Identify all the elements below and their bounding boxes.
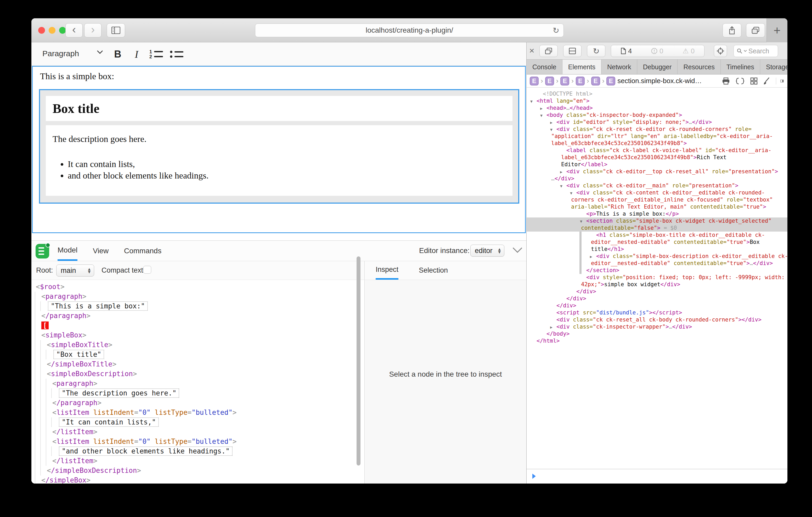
- devtools-source-line[interactable]: label_e63cbbfece34c53ce23501062343f49b8"…: [527, 154, 787, 161]
- model-tree-line[interactable]: <listItem listIndent="0" listType="bulle…: [31, 437, 365, 447]
- breadcrumb-element-badge[interactable]: E: [530, 77, 539, 86]
- breadcrumb-element-badge[interactable]: E: [545, 77, 554, 86]
- devtools-tab-network[interactable]: Network: [602, 60, 637, 74]
- devtools-source-line[interactable]: label_e63cbbfece34c53ce23501062343f49b8"…: [527, 140, 787, 147]
- console-prompt[interactable]: [527, 469, 787, 484]
- code-brackets-icon[interactable]: [735, 78, 745, 84]
- devtools-source-line[interactable]: ▼<div class="ck ck-editor__main" role="p…: [527, 182, 787, 189]
- devtools-source-line[interactable]: </html>: [527, 337, 787, 344]
- inspect-tab-selection[interactable]: Selection: [419, 261, 448, 280]
- model-tree-line[interactable]: <simpleBoxTitle>: [31, 340, 365, 350]
- zoom-window-button[interactable]: [59, 27, 66, 34]
- model-tree-line[interactable]: </paragraph>: [31, 398, 365, 408]
- model-tree-line[interactable]: [: [31, 321, 365, 330]
- numbered-list-button[interactable]: 1 2: [147, 47, 165, 61]
- devtools-tab-timelines[interactable]: Timelines: [721, 60, 760, 74]
- rich-text-editable[interactable]: This is a simple box: Box title The desc…: [32, 66, 526, 233]
- devtools-source-line[interactable]: <label class="ck ck-label ck-voice-label…: [527, 147, 787, 154]
- disclosure-open-icon[interactable]: ▼: [530, 98, 536, 104]
- devtools-source-line[interactable]: editor__nested-editable" contenteditable…: [527, 260, 787, 267]
- bulleted-list-button[interactable]: [167, 47, 186, 61]
- model-tree-pane[interactable]: <$root><paragraph>"This is a simple box:…: [31, 280, 365, 484]
- model-tree-line[interactable]: <$root>: [31, 282, 365, 292]
- devtools-source-line[interactable]: "application" dir="ltr" lang="en" aria-l…: [527, 133, 787, 140]
- element-picker-button[interactable]: [714, 45, 727, 57]
- devtools-source-line[interactable]: ▶<div id="editor" style="display: none;"…: [527, 119, 787, 126]
- disclosure-closed-icon[interactable]: ▶: [590, 253, 596, 260]
- devtools-dom-source[interactable]: <!DOCTYPE html>▼<html lang="en">▶<head>……: [527, 89, 787, 478]
- box-title[interactable]: Box title: [53, 101, 99, 116]
- tree-scrollbar-thumb[interactable]: [356, 256, 360, 465]
- minimize-window-button[interactable]: [49, 27, 55, 34]
- devtools-dock-button[interactable]: [540, 45, 558, 57]
- box-list-item[interactable]: and other block elements like headings.: [68, 171, 208, 181]
- model-tree-line[interactable]: </listItem>: [31, 427, 365, 437]
- devtools-source-line[interactable]: <p>This is a simple box:</p>: [527, 210, 787, 217]
- devtools-source-line[interactable]: aria-label="Rich Text Editor, main" cont…: [527, 203, 787, 210]
- compact-text-checkbox[interactable]: [143, 266, 151, 274]
- disclosure-open-icon[interactable]: ▼: [560, 183, 567, 189]
- breadcrumb-element-badge[interactable]: E: [576, 77, 585, 86]
- breadcrumb-element-badge[interactable]: E: [560, 77, 569, 86]
- inspector-tab-model[interactable]: Model: [58, 241, 78, 261]
- editor-instance-select[interactable]: editor ▲▼: [470, 245, 504, 257]
- root-select[interactable]: main ▲▼: [56, 265, 94, 277]
- model-tree-line[interactable]: </listItem>: [31, 456, 365, 466]
- devtools-tab-console[interactable]: Console: [527, 60, 562, 74]
- forward-button[interactable]: ›: [84, 23, 102, 37]
- share-button[interactable]: [723, 23, 742, 37]
- collapse-inspector-icon[interactable]: [512, 247, 523, 253]
- disclosure-open-icon[interactable]: ▼: [580, 218, 586, 224]
- inspect-tab-inspect[interactable]: Inspect: [376, 261, 399, 280]
- model-tree-line[interactable]: <paragraph>: [31, 379, 365, 388]
- resource-summary-button[interactable]: 4 0 ⚠ 0: [611, 45, 704, 57]
- close-window-button[interactable]: [38, 27, 45, 34]
- devtools-search-field[interactable]: Search: [733, 45, 778, 57]
- devtools-source-line[interactable]: editor__nested-editable" contenteditable…: [527, 239, 787, 246]
- breadcrumb-element-badge[interactable]: E: [606, 77, 615, 86]
- disclosure-open-icon[interactable]: ▼: [540, 112, 547, 119]
- devtools-source-line[interactable]: corners ck-editor__editable_inline ck-fo…: [527, 196, 787, 203]
- devtools-tab-resources[interactable]: Resources: [677, 60, 721, 74]
- model-tree-line[interactable]: "This is a simple box:": [31, 301, 365, 311]
- model-tree-line[interactable]: <simpleBox>: [31, 330, 365, 340]
- paragraph-dropdown[interactable]: Paragraph: [42, 49, 79, 58]
- model-tree-line[interactable]: </simpleBox>: [31, 476, 365, 484]
- model-tree-line[interactable]: </paragraph>: [31, 311, 365, 321]
- devtools-split-button[interactable]: [563, 45, 582, 57]
- model-tree-line[interactable]: "Box title": [31, 350, 365, 359]
- inspector-tab-view[interactable]: View: [93, 241, 109, 261]
- model-tree-line[interactable]: <listItem listIndent="0" listType="bulle…: [31, 408, 365, 418]
- details-sidebar-icon[interactable]: [776, 78, 784, 84]
- model-tree-line[interactable]: </simpleBoxTitle>: [31, 359, 365, 369]
- devtools-source-line[interactable]: ▶<div class="ck ck-editor__top ck-reset_…: [527, 168, 787, 175]
- devtools-source-line[interactable]: ▼<html lang="en">: [527, 97, 787, 104]
- devtools-source-line[interactable]: <!DOCTYPE html>: [527, 90, 787, 97]
- model-tree-line[interactable]: "It can contain lists,": [31, 418, 365, 427]
- devtools-source-line[interactable]: </body>: [527, 330, 787, 337]
- simple-box-title-area[interactable]: Box title: [46, 96, 513, 121]
- back-button[interactable]: ‹: [65, 23, 83, 37]
- devtools-source-line[interactable]: </div>: [527, 302, 787, 309]
- devtools-source-line[interactable]: ▼<div class="ck ck-content ck-editor__ed…: [527, 189, 787, 196]
- devtools-source-line[interactable]: Editor</label>: [527, 161, 787, 168]
- breadcrumb-element-badge[interactable]: E: [591, 77, 600, 86]
- sidebar-toggle-button[interactable]: [107, 23, 125, 37]
- devtools-source-line[interactable]: …</div>: [527, 175, 787, 182]
- devtools-source-line[interactable]: </div>: [527, 295, 787, 302]
- inspector-tab-commands[interactable]: Commands: [124, 241, 162, 261]
- intro-paragraph[interactable]: This is a simple box:: [40, 71, 114, 81]
- devtools-source-line[interactable]: <div style="position: fixed; top: 0px; l…: [527, 274, 787, 281]
- box-list-item[interactable]: It can contain lists,: [68, 159, 208, 169]
- simple-box-description-area[interactable]: The description goes here. It can contai…: [46, 125, 513, 196]
- devtools-source-line[interactable]: 42px;">simple box widget</div>: [527, 281, 787, 288]
- devtools-source-line[interactable]: title</h1>: [527, 246, 787, 253]
- devtools-source-line[interactable]: ▶<head>…</head>: [527, 104, 787, 112]
- devtools-source-line[interactable]: ▼<body class="ck-inspector-body-expanded…: [527, 112, 787, 119]
- devtools-reload-button[interactable]: ↻: [587, 45, 605, 57]
- disclosure-open-icon[interactable]: ▼: [570, 190, 576, 196]
- box-list[interactable]: It can contain lists,and other block ele…: [59, 159, 208, 182]
- model-tree-line[interactable]: "The description goes here.": [31, 388, 365, 398]
- disclosure-closed-icon[interactable]: ▶: [540, 105, 547, 112]
- devtools-source-line[interactable]: <div class="ck ck-reset_all ck-body ck-r…: [527, 316, 787, 323]
